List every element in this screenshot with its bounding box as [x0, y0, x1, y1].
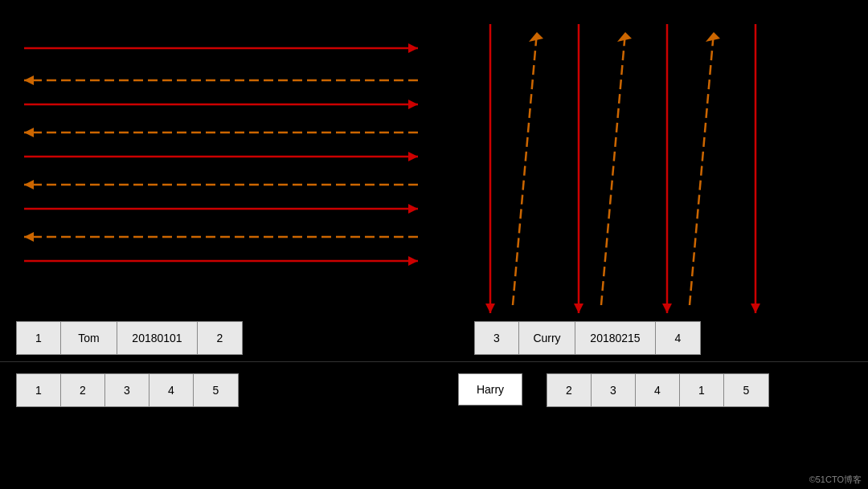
svg-line-24 — [601, 32, 625, 305]
svg-marker-1 — [408, 43, 418, 53]
main-diagram — [0, 0, 868, 345]
bottom-left-cell-5: 5 — [194, 374, 238, 406]
bottom-left-row: 1 2 3 4 5 — [16, 373, 239, 407]
svg-marker-11 — [24, 180, 34, 189]
svg-marker-23 — [574, 304, 583, 313]
bottom-right-label: Harry — [458, 373, 522, 405]
bottom-left-cell-2: 2 — [61, 374, 105, 406]
bottom-right-row: 2 3 4 1 5 — [547, 373, 769, 407]
left-record-cell-3: 20180101 — [117, 322, 198, 354]
bottom-left-cell-3: 3 — [105, 374, 149, 406]
bottom-left-cell-4: 4 — [149, 374, 194, 406]
right-record-table: 3 Curry 20180215 4 — [474, 321, 701, 355]
right-record-cell-2: Curry — [519, 322, 575, 354]
svg-marker-3 — [24, 75, 34, 85]
svg-marker-17 — [408, 256, 418, 266]
bottom-right-cell-3: 4 — [636, 374, 680, 406]
svg-marker-5 — [408, 100, 418, 109]
svg-marker-27 — [662, 304, 672, 313]
bottom-right-cell-5: 5 — [724, 374, 768, 406]
svg-marker-31 — [751, 304, 760, 313]
svg-marker-9 — [408, 152, 418, 161]
svg-marker-13 — [408, 204, 418, 214]
left-record-cell-1: 1 — [17, 322, 61, 354]
left-record-cell-4: 2 — [198, 322, 242, 354]
svg-marker-7 — [24, 128, 34, 137]
left-record-table: 1 Tom 20180101 2 — [16, 321, 243, 355]
left-record-cell-2: Tom — [61, 322, 117, 354]
right-record-cell-3: 20180215 — [575, 322, 656, 354]
watermark: ©51CTO博客 — [809, 474, 862, 486]
svg-line-20 — [513, 32, 537, 305]
bottom-left-cell-1: 1 — [17, 374, 61, 406]
bottom-right-cell-1: 2 — [547, 374, 592, 406]
bottom-right-cell-4: 1 — [680, 374, 724, 406]
right-record-cell-4: 4 — [656, 322, 700, 354]
svg-marker-15 — [24, 232, 34, 242]
right-record-cell-1: 3 — [475, 322, 519, 354]
bottom-right-cell-2: 3 — [592, 374, 636, 406]
svg-marker-19 — [485, 304, 495, 313]
svg-line-28 — [690, 32, 714, 305]
